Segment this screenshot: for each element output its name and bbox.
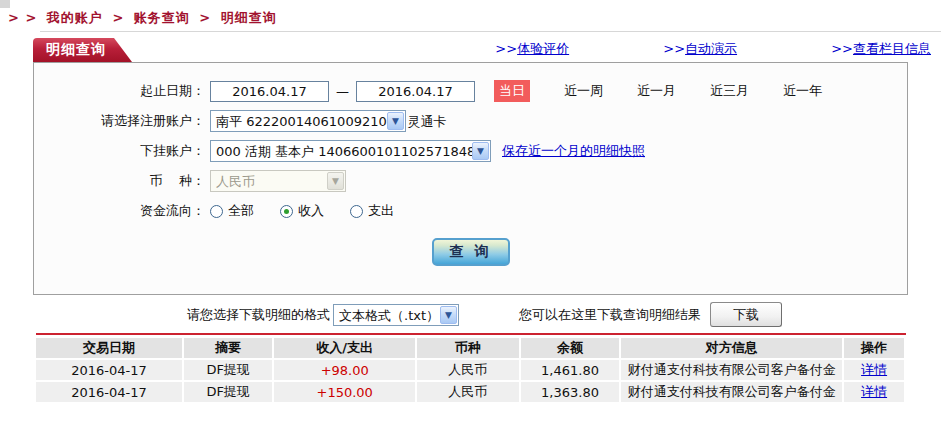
download-format-select[interactable]: 文本格式（.txt） ▼ (333, 304, 459, 326)
breadcrumb: > > 我的账户 > 账务查询 > 明细查询 (8, 9, 281, 27)
chevron-down-icon: ▼ (387, 112, 404, 130)
results-table: 交易日期 摘要 收入/支出 币种 余额 对方信息 操作 2016-04-17 D… (36, 338, 906, 404)
breadcrumb-divider (40, 31, 941, 32)
link-label: 体验评价 (517, 41, 569, 56)
flow-option-expense[interactable]: 支出 (350, 202, 394, 220)
tab-detail-query[interactable]: 明细查询 (33, 38, 132, 62)
flow-option-income[interactable]: 收入 (280, 202, 324, 220)
header-counterparty: 对方信息 (621, 338, 844, 360)
header-currency: 币种 (417, 338, 521, 360)
quick-range-today[interactable]: 当日 (494, 80, 530, 102)
cell-date: 2016-04-17 (36, 382, 184, 404)
currency-row: 币 种： 人民币 ▼ (34, 170, 907, 192)
download-row: 请您选择下载明细的格式 文本格式（.txt） ▼ 您可以在这里下载查询明细结果 … (0, 302, 941, 327)
date-from-input[interactable] (210, 81, 329, 102)
table-top-divider (36, 333, 906, 335)
query-button[interactable]: 查 询 (432, 238, 510, 266)
link-experience-rating[interactable]: >>体验评价 (495, 41, 569, 56)
register-account-row: 请选择注册账户： 南平 6222001406100921065 灵通卡 ▼ (34, 110, 907, 132)
quick-range-month[interactable]: 近一月 (637, 82, 676, 100)
header-date: 交易日期 (36, 338, 184, 360)
download-format-label: 请您选择下载明细的格式 (187, 306, 330, 324)
breadcrumb-item-account-query[interactable]: 账务查询 (134, 10, 190, 25)
header-balance: 余额 (521, 338, 622, 360)
cell-date: 2016-04-17 (36, 360, 184, 382)
cell-balance: 1,363.80 (521, 382, 622, 404)
query-form-panel: 起止日期： — 当日 近一周 近一月 近三月 近一年 请选择注册账户： 南平 6… (33, 62, 908, 295)
link-label: 自动演示 (685, 41, 737, 56)
flow-option-all-label: 全部 (228, 202, 254, 220)
cell-balance: 1,461.80 (521, 360, 622, 382)
cell-currency: 人民币 (417, 360, 521, 382)
flow-option-expense-label: 支出 (368, 202, 394, 220)
download-button[interactable]: 下载 (710, 302, 782, 327)
radio-icon[interactable] (350, 205, 363, 218)
date-range-row: 起止日期： — 当日 近一周 近一月 近三月 近一年 (34, 80, 907, 102)
flow-direction-label: 资金流向： (34, 202, 205, 220)
save-snapshot-link[interactable]: 保存近一个月的明细快照 (502, 142, 645, 160)
currency-select: 人民币 ▼ (210, 170, 346, 192)
currency-label: 币 种： (34, 172, 205, 190)
header-summary: 摘要 (184, 338, 274, 360)
register-account-select[interactable]: 南平 6222001406100921065 灵通卡 ▼ (210, 110, 406, 132)
frame-corner (0, 0, 10, 8)
register-account-label: 请选择注册账户： (34, 112, 205, 130)
sub-account-row: 下挂账户： 000 活期 基本户 1406600101102571848 ▼ 保… (34, 140, 907, 162)
chevron-down-icon: ▼ (440, 306, 457, 324)
currency-value: 人民币 (216, 174, 255, 189)
breadcrumb-separator: > (112, 10, 124, 25)
radio-icon[interactable] (210, 205, 223, 218)
date-to-input[interactable] (356, 81, 475, 102)
link-auto-demo[interactable]: >>自动演示 (663, 41, 737, 56)
breadcrumb-prefix: > > (8, 10, 37, 25)
register-account-value: 南平 6222001406100921065 灵通卡 (216, 114, 446, 129)
breadcrumb-separator: > (199, 10, 211, 25)
link-prefix: >> (663, 41, 685, 56)
flow-option-income-label: 收入 (298, 202, 324, 220)
breadcrumb-item-my-account[interactable]: 我的账户 (47, 10, 103, 25)
radio-icon[interactable] (280, 205, 293, 218)
table-row: 2016-04-17 DF提现 +98.00 人民币 1,461.80 财付通支… (36, 360, 906, 382)
chevron-down-icon: ▼ (472, 142, 489, 160)
chevron-down-icon: ▼ (327, 172, 344, 190)
link-label: 查看栏目信息 (853, 41, 931, 56)
flow-direction-row: 资金流向： 全部 收入 支出 (34, 200, 907, 222)
link-prefix: >> (831, 41, 853, 56)
detail-link[interactable]: 详情 (861, 362, 887, 377)
flow-option-all[interactable]: 全部 (210, 202, 254, 220)
table-header-row: 交易日期 摘要 收入/支出 币种 余额 对方信息 操作 (36, 338, 906, 360)
cell-counterparty: 财付通支付科技有限公司客户备付金 (621, 360, 844, 382)
quick-range-year[interactable]: 近一年 (783, 82, 822, 100)
quick-range-week[interactable]: 近一周 (564, 82, 603, 100)
top-links: >>体验评价 >>自动演示 >>查看栏目信息 (405, 40, 931, 58)
sub-account-label: 下挂账户： (34, 142, 205, 160)
download-result-label: 您可以在这里下载查询明细结果 (519, 306, 701, 324)
link-prefix: >> (495, 41, 517, 56)
cell-counterparty: 财付通支付科技有限公司客户备付金 (621, 382, 844, 404)
cell-currency: 人民币 (417, 382, 521, 404)
date-range-label: 起止日期： (34, 82, 205, 100)
cell-amount: +98.00 (274, 360, 417, 382)
date-separator: — (336, 84, 349, 99)
cell-amount: +150.00 (274, 382, 417, 404)
download-format-value: 文本格式（.txt） (339, 308, 439, 323)
header-amount: 收入/支出 (274, 338, 417, 360)
header-action: 操作 (844, 338, 906, 360)
link-view-column-info[interactable]: >>查看栏目信息 (831, 41, 931, 56)
sub-account-select[interactable]: 000 活期 基本户 1406600101102571848 ▼ (210, 140, 491, 162)
cell-summary: DF提现 (184, 382, 274, 404)
quick-range-quarter[interactable]: 近三月 (710, 82, 749, 100)
sub-account-value: 000 活期 基本户 1406600101102571848 (216, 144, 475, 159)
detail-link[interactable]: 详情 (861, 384, 887, 399)
table-row: 2016-04-17 DF提现 +150.00 人民币 1,363.80 财付通… (36, 382, 906, 404)
breadcrumb-item-detail-query[interactable]: 明细查询 (221, 10, 277, 25)
cell-summary: DF提现 (184, 360, 274, 382)
